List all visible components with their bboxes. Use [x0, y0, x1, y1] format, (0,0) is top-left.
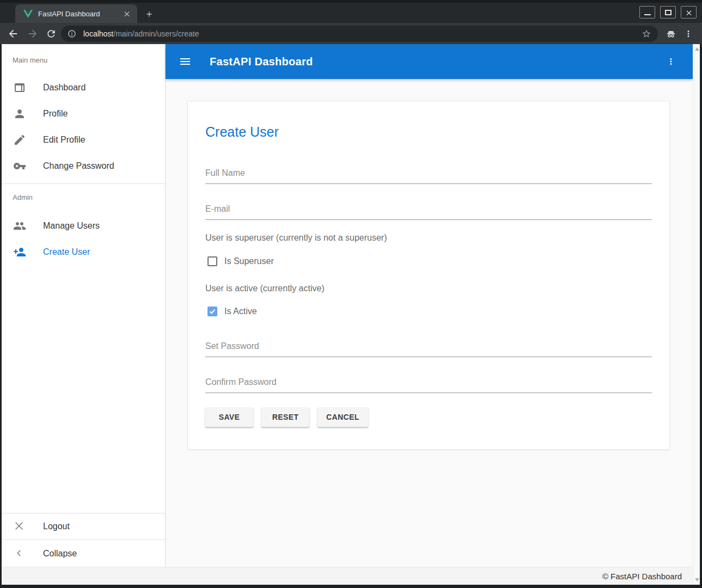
minimize-icon — [644, 14, 651, 15]
address-bar[interactable]: localhost/main/admin/users/create — [61, 26, 658, 42]
sidebar-item-collapse[interactable]: Collapse — [2, 540, 165, 567]
confirm-password-field[interactable] — [205, 377, 652, 393]
sidebar-item-logout[interactable]: Logout — [2, 513, 165, 540]
is-superuser-checkbox[interactable] — [207, 256, 217, 266]
url-text: localhost/main/admin/users/create — [83, 29, 642, 38]
sidebar: Main menu Dashboard Profile Edit Profile… — [2, 44, 166, 567]
is-superuser-checkbox-row[interactable]: Is Superuser — [207, 256, 652, 267]
is-active-checkbox[interactable] — [207, 307, 217, 316]
person-add-icon — [13, 246, 26, 259]
sidebar-item-edit-profile[interactable]: Edit Profile — [2, 127, 165, 153]
vue-favicon-icon — [23, 10, 33, 18]
window-close-button[interactable] — [681, 6, 697, 19]
appbar-kebab-icon[interactable] — [664, 55, 677, 68]
tab-title: FastAPI Dashboard — [38, 10, 122, 18]
active-hint: User is active (currently active) — [205, 283, 652, 293]
bookmark-star-icon[interactable] — [642, 29, 651, 39]
page-title: Create User — [205, 123, 652, 140]
site-info-icon[interactable] — [68, 29, 76, 38]
browser-tab-bar: FastAPI Dashboard — [0, 0, 702, 23]
save-button[interactable]: SAVE — [205, 407, 253, 427]
set-password-field[interactable] — [205, 341, 652, 357]
app-title: FastAPI Dashboard — [210, 56, 313, 68]
forward-button[interactable] — [26, 27, 39, 40]
window-close-icon — [685, 9, 693, 16]
sidebar-item-profile[interactable]: Profile — [2, 101, 165, 127]
sidebar-section-main-menu: Main menu — [2, 44, 165, 65]
person-icon — [13, 107, 26, 120]
is-active-label: Is Active — [224, 307, 257, 316]
scroll-down-arrow[interactable] — [695, 578, 699, 581]
incognito-icon — [664, 27, 677, 40]
superuser-hint: User is superuser (currently is not a su… — [205, 232, 652, 243]
reset-button[interactable]: RESET — [261, 407, 309, 427]
cancel-button[interactable]: CANCEL — [318, 407, 368, 427]
pencil-icon — [13, 133, 26, 146]
dashboard-icon — [13, 81, 26, 94]
group-icon — [13, 219, 26, 232]
sidebar-item-change-password[interactable]: Change Password — [2, 153, 165, 179]
email-field[interactable] — [205, 204, 652, 220]
window-maximize-button[interactable] — [660, 6, 676, 19]
copyright-text: © FastAPI Dashboard — [602, 572, 682, 581]
reload-button[interactable] — [45, 27, 58, 40]
chevron-left-icon — [13, 547, 26, 560]
window-minimize-button[interactable] — [639, 6, 655, 19]
sidebar-item-dashboard[interactable]: Dashboard — [2, 75, 165, 101]
page-footer: © FastAPI Dashboard — [2, 567, 693, 585]
app-bar: FastAPI Dashboard — [166, 44, 693, 79]
new-tab-button[interactable] — [143, 8, 156, 21]
scroll-up-arrow[interactable] — [695, 47, 699, 51]
create-user-card: Create User User is superuser (currently… — [187, 101, 670, 450]
is-active-checkbox-row[interactable]: Is Active — [207, 306, 652, 317]
sidebar-item-manage-users[interactable]: Manage Users — [2, 213, 165, 239]
sidebar-item-create-user[interactable]: Create User — [2, 239, 165, 265]
browser-tab[interactable]: FastAPI Dashboard — [15, 4, 137, 23]
logout-x-icon — [13, 520, 26, 533]
browser-toolbar: localhost/main/admin/users/create — [0, 23, 702, 44]
key-icon — [13, 160, 26, 173]
is-superuser-label: Is Superuser — [224, 256, 274, 266]
scrollbar[interactable] — [693, 44, 700, 585]
back-button[interactable] — [7, 27, 20, 40]
sidebar-section-admin: Admin — [2, 184, 165, 205]
hamburger-menu-icon[interactable] — [179, 55, 192, 68]
browser-menu-kebab-icon[interactable] — [682, 27, 695, 40]
checkmark-icon — [209, 308, 216, 315]
tab-close-icon[interactable] — [122, 9, 132, 19]
full-name-field[interactable] — [205, 168, 652, 184]
maximize-icon — [665, 10, 672, 15]
